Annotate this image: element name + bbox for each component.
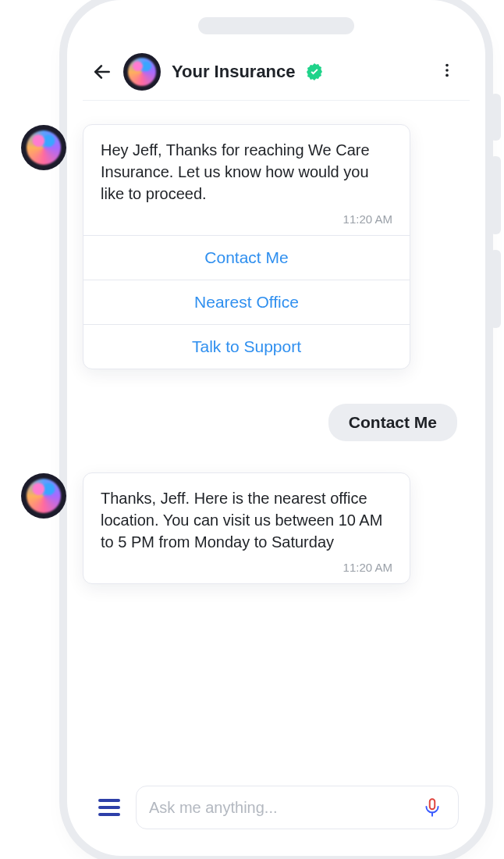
mic-button[interactable] (419, 794, 445, 821)
chat-title: Your Insurance (172, 62, 296, 82)
user-message-bubble: Contact Me (328, 404, 457, 441)
quick-reply-option[interactable]: Contact Me (83, 235, 410, 280)
bot-bubble-avatar (21, 125, 66, 170)
mic-icon (422, 797, 442, 818)
phone-side-button (490, 250, 501, 328)
arrow-left-icon (92, 62, 112, 82)
svg-point-2 (445, 69, 449, 72)
more-vertical-icon (438, 62, 456, 79)
composer-input[interactable] (149, 799, 419, 817)
menu-icon (98, 799, 120, 816)
menu-button[interactable] (94, 794, 125, 821)
message-stream: Hey Jeff, Thanks for reaching We Care In… (83, 101, 470, 778)
bot-bubble-avatar (21, 473, 66, 519)
bot-avatar[interactable] (123, 53, 161, 91)
bot-message-card: Hey Jeff, Thanks for reaching We Care In… (83, 124, 410, 369)
more-button[interactable] (434, 57, 460, 87)
phone-notch (198, 17, 354, 34)
chat-header: Your Insurance (83, 47, 470, 101)
phone-side-button (490, 156, 501, 234)
message-timestamp: 11:20 AM (83, 561, 410, 583)
composer-input-wrap (136, 786, 459, 829)
svg-point-3 (445, 74, 449, 77)
back-button[interactable] (92, 62, 112, 82)
message-timestamp: 11:20 AM (83, 212, 410, 235)
verified-badge-icon (305, 62, 324, 81)
bot-message-card: Thanks, Jeff. Here is the nearest office… (83, 472, 410, 584)
phone-frame: Your Insurance Hey Jeff, Thanks for reac… (67, 0, 485, 856)
quick-reply-option[interactable]: Talk to Support (83, 324, 410, 369)
svg-rect-4 (430, 799, 435, 809)
composer (83, 778, 470, 840)
svg-point-1 (445, 64, 449, 67)
chat-pane: Your Insurance Hey Jeff, Thanks for reac… (83, 47, 470, 840)
bot-message-text: Hey Jeff, Thanks for reaching We Care In… (83, 125, 410, 212)
quick-reply-option[interactable]: Nearest Office (83, 280, 410, 324)
bot-message-text: Thanks, Jeff. Here is the nearest office… (83, 473, 410, 561)
phone-side-button (490, 94, 501, 141)
